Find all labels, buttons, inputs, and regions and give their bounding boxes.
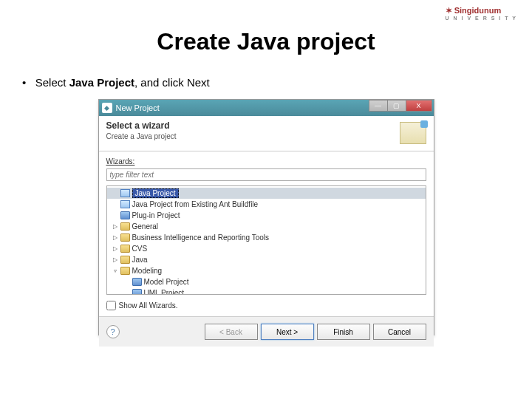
logo-subtitle: U N I V E R S I T Y — [446, 16, 517, 21]
tree-twisty-icon[interactable]: ▷ — [112, 245, 119, 253]
project-icon — [132, 289, 142, 295]
folder-icon — [120, 245, 130, 253]
folder-icon — [120, 233, 130, 242]
wizard-subtitle: Create a Java project — [106, 132, 426, 140]
filter-input[interactable] — [106, 168, 426, 181]
slide-title: Create Java project — [0, 28, 532, 55]
dialog-titlebar[interactable]: ◆ New Project — ▢ X — [99, 100, 434, 116]
instruction-bullet: • Select Java Project, and click Next — [22, 76, 532, 89]
wizards-label: Wizards: — [99, 151, 434, 167]
folder-icon — [120, 256, 130, 264]
tree-item[interactable]: UML Project — [107, 287, 426, 295]
close-button[interactable]: X — [406, 100, 432, 112]
project-icon — [132, 278, 142, 286]
tree-twisty-icon[interactable] — [112, 201, 119, 208]
tree-item[interactable]: Java Project from Existing Ant Buildfile — [107, 199, 426, 210]
tree-twisty-icon[interactable]: ▷ — [112, 256, 119, 264]
show-all-wizards-checkbox[interactable]: Show All Wizards. — [106, 301, 426, 310]
wizard-banner-icon — [400, 122, 426, 144]
tree-item[interactable]: Java Project — [107, 188, 426, 199]
java-icon — [120, 200, 130, 208]
next-button[interactable]: Next > — [261, 324, 314, 340]
tree-twisty-icon[interactable]: ▿ — [112, 267, 119, 275]
project-icon — [120, 211, 130, 219]
tree-twisty-icon[interactable] — [123, 290, 131, 296]
tree-item-label: CVS — [132, 245, 148, 253]
show-all-checkbox-input[interactable] — [106, 301, 116, 310]
tree-item[interactable]: Plug-in Project — [107, 210, 426, 221]
tree-twisty-icon[interactable] — [112, 212, 119, 219]
tree-item-label: Model Project — [144, 278, 189, 286]
maximize-button[interactable]: ▢ — [387, 100, 406, 112]
tree-item-label: UML Project — [144, 289, 185, 295]
button-bar: ? < Back Next > Finish Cancel — [99, 317, 434, 347]
tree-twisty-icon[interactable]: ▷ — [112, 223, 119, 231]
tree-item-label: Plug-in Project — [132, 211, 180, 219]
tree-item[interactable]: Model Project — [107, 276, 426, 287]
tree-item[interactable]: ▿Modeling — [107, 265, 426, 276]
tree-item[interactable]: ▷Business Intelligence and Reporting Too… — [107, 232, 426, 243]
logo-star-icon: ✶ — [446, 6, 454, 15]
tree-item-label: Java Project from Existing Ant Buildfile — [132, 200, 259, 208]
back-button[interactable]: < Back — [205, 324, 258, 340]
tree-item-label: General — [132, 222, 159, 231]
minimize-button[interactable]: — — [369, 100, 388, 112]
tree-twisty-icon[interactable]: ▷ — [112, 234, 119, 242]
java-icon — [120, 189, 130, 197]
university-logo: ✶ Singidunum U N I V E R S I T Y — [446, 6, 517, 21]
window-controls: — ▢ X — [369, 100, 432, 112]
dialog-icon: ◆ — [102, 103, 112, 113]
tree-item[interactable]: ▷General — [107, 221, 426, 232]
folder-icon — [120, 267, 130, 275]
cancel-button[interactable]: Cancel — [373, 324, 426, 340]
tree-item-label: Java — [132, 256, 148, 264]
help-icon[interactable]: ? — [106, 325, 120, 338]
finish-button[interactable]: Finish — [317, 324, 370, 340]
wizard-tree[interactable]: Java ProjectJava Project from Existing A… — [106, 185, 426, 295]
tree-item[interactable]: ▷CVS — [107, 243, 426, 254]
wizard-title: Select a wizard — [106, 120, 426, 131]
new-project-dialog: ◆ New Project — ▢ X Select a wizard Crea… — [98, 99, 434, 335]
tree-item[interactable]: ▷Java — [107, 254, 426, 265]
tree-twisty-icon[interactable] — [112, 190, 119, 197]
tree-twisty-icon[interactable] — [123, 279, 131, 286]
tree-item-label: Modeling — [132, 267, 163, 275]
tree-item-label: Java Project — [132, 188, 179, 198]
tree-item-label: Business Intelligence and Reporting Tool… — [132, 233, 270, 242]
dialog-title: New Project — [116, 103, 160, 112]
dialog-header: Select a wizard Create a Java project — [99, 116, 434, 151]
folder-icon — [120, 222, 130, 231]
